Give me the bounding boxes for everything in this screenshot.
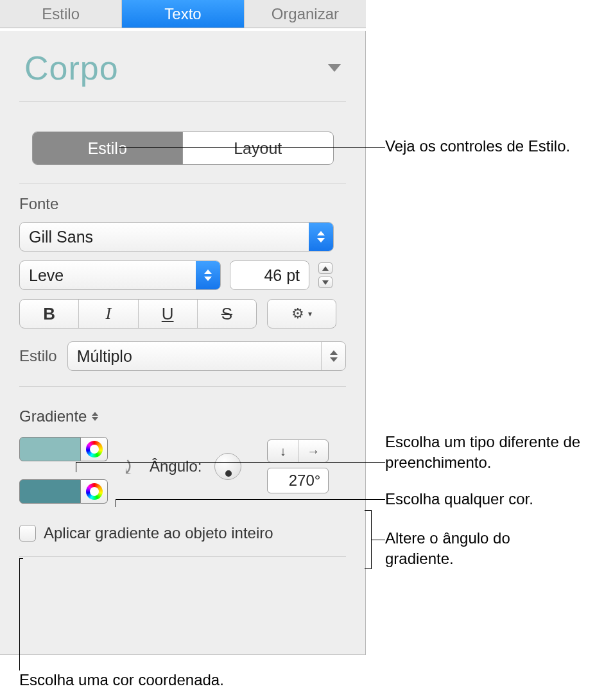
direction-down-button[interactable]: ↓	[268, 440, 298, 462]
character-style-value: Múltiplo	[68, 347, 321, 366]
callout-line	[19, 558, 23, 559]
callout-match-color: Escolha uma cor coordenada.	[19, 671, 224, 689]
popup-arrows-icon	[92, 412, 98, 421]
divider	[19, 183, 346, 184]
arrow-down-icon: ↓	[280, 444, 286, 459]
segment-layout[interactable]: Layout	[183, 132, 333, 164]
tab-style[interactable]: Estilo	[0, 0, 122, 28]
callout-line	[76, 462, 76, 472]
callout-line	[116, 499, 116, 507]
segment-style[interactable]: Estilo	[33, 132, 184, 164]
font-weight-select[interactable]: Leve	[19, 260, 221, 290]
callout-fill-type: Escolha um tipo diferente de preenchimen…	[385, 432, 603, 474]
callout-any-color: Escolha qualquer cor.	[385, 489, 533, 509]
popup-arrows-icon	[309, 223, 333, 251]
apply-gradient-label: Aplicar gradiente ao objeto inteiro	[44, 524, 273, 542]
font-section-label: Fonte	[19, 195, 346, 213]
bold-button[interactable]: B	[20, 300, 79, 328]
angle-value-field[interactable]: 270°	[267, 468, 329, 493]
tab-text[interactable]: Texto	[122, 0, 244, 28]
font-size-field[interactable]: 46 pt	[230, 260, 309, 290]
font-family-select[interactable]: Gill Sans	[19, 222, 334, 252]
angle-label: Ângulo:	[150, 457, 202, 475]
text-inspector-panel: Corpo Estilo Layout Fonte Gill Sans Leve…	[0, 31, 366, 655]
gradient-color-1-swatch[interactable]	[19, 437, 81, 461]
callout-line	[372, 540, 385, 540]
divider	[19, 556, 346, 557]
underline-button[interactable]: U	[139, 300, 198, 328]
font-size-stepper[interactable]	[318, 260, 332, 290]
character-style-label: Estilo	[19, 347, 57, 365]
colorwheel-icon	[86, 483, 103, 500]
color-picker-2-button[interactable]	[81, 479, 108, 504]
direction-right-button[interactable]: →	[298, 440, 329, 462]
fill-type-select[interactable]: Gradiente	[19, 407, 346, 425]
colorwheel-icon	[86, 441, 103, 457]
gradient-color-2-swatch[interactable]	[19, 479, 81, 504]
paragraph-style-picker[interactable]: Corpo	[19, 31, 346, 102]
popup-arrows-icon	[321, 342, 345, 370]
paragraph-style-name: Corpo	[24, 49, 119, 87]
callout-line	[19, 558, 20, 670]
callout-line	[116, 499, 385, 500]
tab-arrange[interactable]: Organizar	[245, 0, 366, 28]
font-weight-value: Leve	[20, 266, 196, 285]
swap-colors-icon[interactable]: ⤺	[117, 459, 140, 475]
chevron-down-icon	[328, 64, 341, 72]
callout-bracket	[363, 510, 372, 569]
callout-line	[119, 147, 119, 153]
font-family-value: Gill Sans	[20, 228, 309, 246]
callout-change-angle: Altere o ângulo do gradiente.	[385, 528, 539, 570]
angle-knob[interactable]	[214, 453, 241, 480]
text-style-group: B I U S	[19, 299, 257, 329]
popup-arrows-icon	[196, 261, 220, 289]
divider	[19, 386, 346, 387]
character-style-select[interactable]: Múltiplo	[67, 341, 346, 371]
gear-icon: ⚙	[291, 305, 304, 322]
style-layout-segment: Estilo Layout	[32, 132, 334, 165]
italic-button[interactable]: I	[79, 300, 138, 328]
apply-gradient-checkbox[interactable]	[19, 525, 36, 542]
strikethrough-button[interactable]: S	[198, 300, 256, 328]
fill-type-value: Gradiente	[19, 407, 87, 425]
stepper-up-icon[interactable]	[318, 262, 332, 274]
callout-line	[119, 147, 385, 148]
callout-line	[76, 462, 385, 463]
inspector-tabs: Estilo Texto Organizar	[0, 0, 366, 28]
arrow-right-icon: →	[307, 444, 320, 459]
angle-indicator-icon	[225, 470, 232, 477]
advanced-options-button[interactable]: ⚙ ▾	[267, 299, 336, 329]
color-picker-1-button[interactable]	[81, 437, 108, 461]
chevron-down-icon: ▾	[308, 309, 312, 318]
stepper-down-icon[interactable]	[318, 277, 332, 288]
callout-style-controls: Veja os controles de Estilo.	[385, 136, 570, 157]
gradient-direction-buttons: ↓ →	[267, 440, 329, 463]
